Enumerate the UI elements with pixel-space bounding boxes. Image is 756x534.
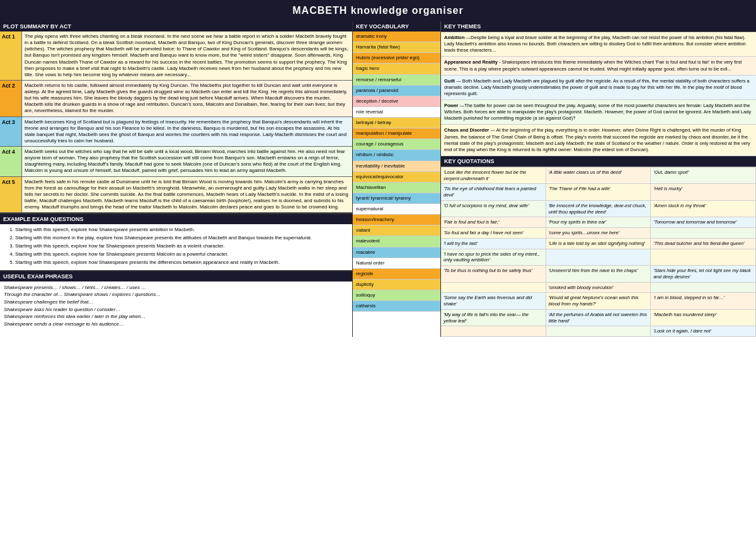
phrase-5: Shakespeare reinforces this idea earlier… [4,313,348,321]
vocab-item-8: betrayal / betray [353,118,440,128]
vocab-item-18: valiant [353,225,440,236]
act-4-row: Act 4 Macbeth seeks out the witches who … [0,147,352,177]
act-4-label: Act 4 [0,147,22,176]
quote-cell-0-2: 'Out, damn spot!' [651,168,756,185]
quote-cell-11-2: 'Look on it again, I dare not' [651,326,756,337]
vocab-item-21: Natural order [353,258,440,269]
vocab-item-15: tyrant/ tyrannical/ tyranny [353,193,440,204]
quote-cell-3-1: 'Pour my spirits in thine ear' [546,217,651,228]
quote-cell-6-0: 'I have no spur to prick the sides of my… [441,249,546,266]
vocab-item-12: inevitability / inevitable [353,161,440,172]
quote-cell-2-2: 'Amen stuck in my throat' [651,201,756,218]
act-3-label: Act 3 [0,117,22,147]
theme-item-0: Ambition —Despite being a loyal and brav… [441,32,756,57]
vocab-item-10: courage / courageous [353,139,440,150]
useful-phrases-content: Shakespeare presents… / shows… / hints… … [0,281,352,331]
quote-cell-8-1: 'smoked with bloody execution' [546,283,651,293]
vocab-item-24: soliloquy [353,290,440,301]
exam-question-2: Starting with this moment in the play, e… [15,235,348,242]
quote-cell-1-1: 'The Thane of Fife had a wife' [546,184,651,201]
quote-cell-10-2: 'Macbeth has murdered sleep' [651,310,756,327]
act-5-label: Act 5 [0,177,22,213]
vocab-item-23: duplicity [353,280,440,290]
vocab-item-20: macabre [353,247,440,258]
act-5-row: Act 5 Macbeth feels safe in his remote c… [0,177,352,213]
vocab-item-16: supernatural [353,204,440,215]
act-1-row: Act 1 The play opens with three witches … [0,31,352,81]
vocab-item-13: equivocal/equivocator [353,172,440,183]
vocab-item-1: Hamartia (fatal flaw) [353,42,440,53]
key-quotations-header: KEY QUOTATIONS [441,156,756,167]
quote-cell-9-0: 'Some say the Earth was feverous and did… [441,293,546,310]
theme-item-4: Chaos and Disorder — At the beginning of… [441,125,756,156]
exam-questions-section: EXAMPLE EXAM QUESTIONS Starting with thi… [0,213,352,270]
vocab-item-2: Hubris (excessive pride/ ego) [353,53,440,64]
act-4-content: Macbeth seeks out the witches who say th… [22,147,352,176]
quote-cell-5-1: 'Life is a tale told by an idiot signify… [546,239,651,249]
exam-question-1: Starting with this speech, explore how S… [15,227,348,234]
exam-question-5: Starting with this speech, explore how S… [15,259,348,266]
act-3-row: Act 3 Macbeth becomes King of Scotland b… [0,117,352,147]
act-3-content: Macbeth becomes King of Scotland but is … [22,117,352,147]
phrase-6: Shakespeare sends a clear message to his… [4,321,348,328]
vocab-item-7: role reversal [353,107,440,118]
quote-cell-3-2: 'Tomorrow and tomorrow and tomorrow' [651,217,756,228]
phrase-2: Through the character of… Shakespeare sh… [4,291,348,298]
act-1-content: The play opens with three witches chanti… [22,31,352,80]
quote-cell-4-2 [651,228,756,239]
vocab-item-3: tragic hero [353,64,440,74]
theme-item-2: Guilt — Both Macbeth and Lady Macbeth ar… [441,76,756,100]
exam-question-3: Starting with this speech, explore how f… [15,243,348,250]
key-vocabulary-header: KEY VOCABULARY [353,21,441,31]
quote-cell-10-0: 'My way of life is fall'n into the sear—… [441,310,546,327]
quote-cell-9-2: 'I am in blood, stepped in so far…' [651,293,756,310]
quote-cell-3-0: 'Fair is foul and foul is fair;' [441,217,546,228]
useful-phrases-section: USEFUL EXAM PHRASES Shakespeare presents… [0,270,352,331]
vocab-item-22: regicide [353,269,440,280]
quote-cell-1-2: 'Hell is murky' [651,184,756,201]
quotations-grid: 'Look like the innocent flower but be th… [441,167,756,337]
useful-phrases-header: USEFUL EXAM PHRASES [0,271,352,281]
vocab-item-11: nihilism / nihilistic [353,150,440,161]
quote-cell-0-0: 'Look like the innocent flower but be th… [441,168,546,185]
exam-question-4: Starting with this speech, explore how f… [15,251,348,258]
quote-cell-6-2 [651,249,756,266]
theme-item-3: Power —The battle for power can be seen … [441,100,756,125]
quote-cell-1-0: 'Tis the eye of childhood that fears a p… [441,184,546,201]
quote-cell-9-1: 'Would all great Neptune's ocean wash th… [546,293,651,310]
act-2-content: Macbeth returns to his castle, followed … [22,81,352,116]
vocabulary-list: dramatic ironyHamartia (fatal flaw)Hubri… [353,31,440,312]
quote-cell-11-0 [441,326,546,337]
quote-cell-7-1: 'Unseem'd him from the nave to the chaps… [546,266,651,283]
vocab-item-17: treason/treachery [353,215,440,225]
exam-questions-content: Starting with this speech, explore how S… [0,224,352,270]
quote-cell-7-2: 'Stars hide your fires, let not light se… [651,266,756,283]
quote-cell-4-0: 'So foul and fair a day I have not seen' [441,228,546,239]
act-1-label: Act 1 [0,31,22,80]
quote-cell-0-1: 'A little water clears us of this deed' [546,168,651,185]
vocab-item-0: dramatic irony [353,31,440,42]
quote-cell-6-1 [546,249,651,266]
vocab-item-9: manipulation / manipulate [353,128,440,139]
act-2-row: Act 2 Macbeth returns to his castle, fol… [0,81,352,117]
quote-cell-5-2: 'This dead butcher and his fiend-like qu… [651,239,756,249]
vocab-item-14: Machiavellian [353,183,440,193]
quote-cell-2-1: 'Be innocent of the knowledge, dear-est … [546,201,651,218]
act-2-label: Act 2 [0,81,22,116]
plot-summary-header: PLOT SUMMARY BY ACT [0,21,352,31]
vocab-item-25: catharsis [353,301,440,312]
quote-cell-7-0: 'To be thus is nothing but to be safely … [441,266,546,283]
main-title: MACBETH knowledge organiser [0,0,756,21]
vocab-item-4: remorse / remorseful [353,75,440,86]
key-themes-header: KEY THEMES [441,21,756,32]
theme-item-1: Appearance and Reality - Shakespeare int… [441,57,756,75]
quote-cell-8-2 [651,283,756,293]
quote-cell-5-0: 'I will try the last' [441,239,546,249]
quote-cell-11-1 [546,326,651,337]
themes-list: Ambition —Despite being a loyal and brav… [441,32,756,156]
quote-cell-2-0: 'O full of scorpions is my mind, dear wi… [441,201,546,218]
exam-questions-header: EXAMPLE EXAM QUESTIONS [0,214,352,224]
phrase-3: Shakespeare challenges the belief that… [4,298,348,306]
act-5-content: Macbeth feels safe in his remote castle … [22,177,352,213]
phrase-1: Shakespeare presents… / shows… / hints… … [4,284,348,292]
